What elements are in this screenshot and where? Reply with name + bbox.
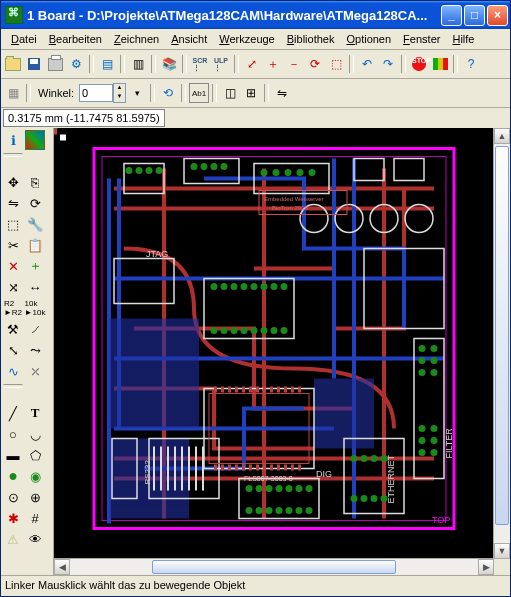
zoom-redraw-icon[interactable]: ⟳ [305,54,325,74]
errors-icon[interactable]: 👁 [25,529,45,549]
title-bar: 1 Board - D:\Projekte\ATMega128CAM\Hardw… [1,1,510,29]
miter-icon[interactable]: ⟋ [25,319,45,339]
menu-window[interactable]: Fenster [397,31,446,47]
move-icon[interactable]: ✥ [3,172,23,192]
sheet-icon[interactable]: ▥ [128,54,148,74]
name-icon[interactable]: R2►R2 [3,298,23,318]
pcb-canvas[interactable]: JTAG DIG FLS007-3003-0 ETHERNET FILTER R… [54,128,494,559]
ripup-icon[interactable]: ⤫ [25,361,45,381]
rect-icon[interactable]: ▬ [3,445,23,465]
layout-a-icon[interactable]: ◫ [220,83,240,103]
go-icon[interactable] [430,54,450,74]
svg-text:FLS007-3003-0: FLS007-3003-0 [244,475,293,482]
grid-icon[interactable]: ▦ [3,83,23,103]
open-icon[interactable] [3,54,23,74]
paste-icon[interactable]: 📋 [25,235,45,255]
text-icon[interactable]: T [25,403,45,423]
scrollbar-vertical[interactable]: ▲ ▼ [493,128,510,559]
hole-icon[interactable]: ⊙ [3,487,23,507]
close-button[interactable]: × [487,5,508,26]
smash-icon[interactable]: ⚒ [3,319,23,339]
scroll-right-icon[interactable]: ▶ [478,559,494,575]
mirror-tool-icon[interactable]: ⇋ [3,193,23,213]
delete-icon[interactable]: ✕ [3,256,23,276]
svg-rect-1 [60,135,66,141]
menu-help[interactable]: Hilfe [446,31,480,47]
signal-icon[interactable]: ◉ [25,466,45,486]
cam-icon[interactable]: ⚙ [66,54,86,74]
help-icon[interactable]: ? [461,54,481,74]
info-icon[interactable]: ℹ [3,130,23,150]
scroll-down-icon[interactable]: ▼ [494,543,510,559]
split-icon[interactable]: ⤡ [3,340,23,360]
print-icon[interactable] [45,54,65,74]
svg-text:DIG: DIG [316,469,332,479]
zoom-fit-icon[interactable]: ⤢ [242,54,262,74]
svg-text:Embedded Webserver: Embedded Webserver [264,196,324,202]
menu-tools[interactable]: Werkzeuge [213,31,280,47]
optimize-icon[interactable]: ⤳ [25,340,45,360]
svg-text:ETHERNET: ETHERNET [386,454,396,503]
script-icon[interactable]: SCR⋮ [190,54,210,74]
scroll-up-icon[interactable]: ▲ [494,128,510,144]
angle-spinner[interactable]: ▲▼ [113,83,126,103]
angle-input[interactable] [79,84,113,102]
menu-view[interactable]: Ansicht [165,31,213,47]
app-icon [5,6,23,24]
maximize-button[interactable]: □ [464,5,485,26]
wire-icon[interactable]: ╱ [3,403,23,423]
redo-icon[interactable]: ↷ [378,54,398,74]
pinswap-icon[interactable]: ⤨ [3,277,23,297]
circle-icon[interactable]: ○ [3,424,23,444]
ratsnest-icon[interactable]: ✱ [3,508,23,528]
menu-file[interactable]: Datei [5,31,43,47]
coordinate-bar: 0.3175 mm (-11.7475 81.5975) [1,108,510,128]
scroll-v-thumb[interactable] [495,146,509,525]
save-icon[interactable] [24,54,44,74]
poly-icon[interactable]: ⬠ [25,445,45,465]
rotate-icon[interactable]: ⟳ [25,193,45,213]
menu-options[interactable]: Optionen [340,31,397,47]
angle-label: Winkel: [38,87,74,99]
zoom-in-icon[interactable]: ＋ [263,54,283,74]
copy-icon[interactable]: ⎘ [25,172,45,192]
group-icon[interactable]: ⬚ [3,214,23,234]
minimize-button[interactable]: _ [441,5,462,26]
zoom-select-icon[interactable]: ⬚ [326,54,346,74]
schematic-switch-icon[interactable]: ▤ [97,54,117,74]
value-icon[interactable]: 10k►10k [25,298,45,318]
layout-b-icon[interactable]: ⊞ [241,83,261,103]
cut-icon[interactable]: ✂ [3,235,23,255]
change-icon[interactable]: 🔧 [25,214,45,234]
stop-icon[interactable]: STOP [409,54,429,74]
dropdown-icon[interactable]: ▾ [127,83,147,103]
tool-palette: ℹ ✥ ⎘ ⇋ ⟳ ⬚ 🔧 ✂ 📋 ✕ ＋ ⤨ ↔ R2►R2 10k►10k … [1,128,54,575]
scrollbar-horizontal[interactable]: ◀ ▶ [54,558,494,575]
menu-edit[interactable]: Bearbeiten [43,31,108,47]
zoom-out-icon[interactable]: － [284,54,304,74]
library-use-icon[interactable]: 📚 [159,54,179,74]
canvas-area: JTAG DIG FLS007-3003-0 ETHERNET FILTER R… [54,128,510,575]
name-tag-icon[interactable]: Ab1 [189,83,209,103]
erc-icon[interactable]: ⚠ [3,529,23,549]
ulp-icon[interactable]: ULP⋮ [211,54,231,74]
menu-draw[interactable]: Zeichnen [108,31,165,47]
menu-library[interactable]: Bibliothek [281,31,341,47]
add-icon[interactable]: ＋ [25,256,45,276]
svg-text:JTAG: JTAG [146,249,168,259]
window-title: 1 Board - D:\Projekte\ATMega128CAM\Hardw… [27,8,441,23]
scroll-h-thumb[interactable] [152,560,397,574]
layers-icon[interactable] [25,130,45,150]
svg-text:RS232: RS232 [143,459,152,484]
via-icon[interactable]: ● [3,466,23,486]
menu-bar: Datei Bearbeiten Zeichnen Ansicht Werkze… [1,29,510,50]
scroll-left-icon[interactable]: ◀ [54,559,70,575]
mirror-icon[interactable]: ⇋ [272,83,292,103]
attrib-icon[interactable]: ⊕ [25,487,45,507]
auto-icon[interactable]: # [25,508,45,528]
undo-icon[interactable]: ↶ [357,54,377,74]
replace-icon[interactable]: ↔ [25,277,45,297]
arc-icon[interactable]: ◡ [25,424,45,444]
alt-angle-icon[interactable]: ⟲ [158,83,178,103]
route-icon[interactable]: ∿ [3,361,23,381]
